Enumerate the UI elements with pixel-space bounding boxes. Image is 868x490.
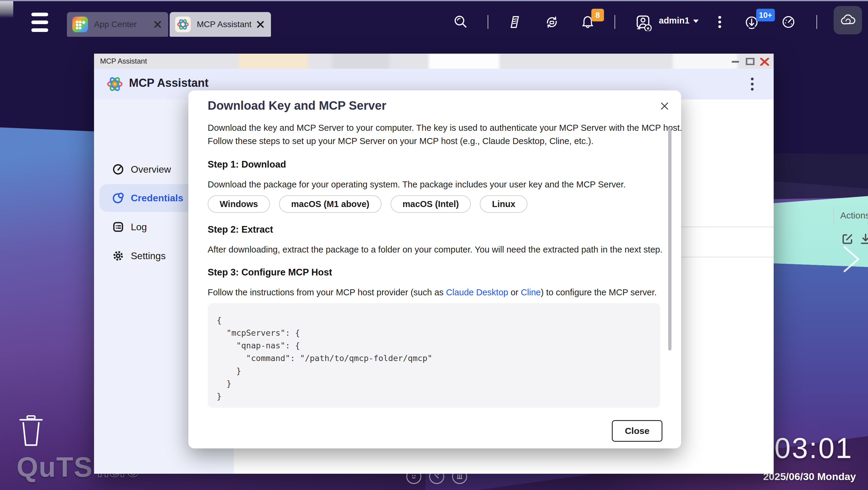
dialog-close-icon[interactable] <box>659 101 670 112</box>
dialog-intro-line2: Follow these steps to set up your MCP Se… <box>208 136 593 146</box>
mcp-assistant-window: MCP Assistant <box>94 54 774 474</box>
page-title: MCP Assistant <box>129 76 209 90</box>
notifications-badge: 8 <box>591 9 604 21</box>
download-key-dialog: Download Key and MCP Server Download the… <box>188 90 681 449</box>
topbar-divider <box>615 15 615 29</box>
column-divider <box>833 207 834 224</box>
step3-text: Follow the instructions from your MCP ho… <box>208 287 446 297</box>
sidebar-item-label: Overview <box>131 164 171 175</box>
next-wallpaper-chevron-icon[interactable] <box>841 245 861 275</box>
topbar-divider <box>816 15 817 29</box>
tab-mcp-assistant[interactable]: MCP Assistant <box>170 12 271 37</box>
download-macos-intel-button[interactable]: macOS (Intel) <box>391 195 471 213</box>
window-title: MCP Assistant <box>100 57 147 65</box>
username: admin1 <box>659 16 689 25</box>
list-icon <box>112 221 124 233</box>
hamburger-icon <box>31 13 48 16</box>
mcp-assistant-logo-icon <box>106 75 124 93</box>
mcp-assistant-icon <box>175 17 191 32</box>
hamburger-icon <box>31 21 48 24</box>
tab-close-icon[interactable] <box>256 20 265 29</box>
topbar-divider <box>488 15 488 29</box>
gauge-icon <box>112 163 124 175</box>
step3-description: Follow the instructions from your MCP ho… <box>208 287 657 298</box>
cloud-icon <box>839 13 857 27</box>
maximize-button[interactable] <box>745 58 755 65</box>
quts-logo-text: QuTS <box>17 452 93 483</box>
desktop: QuTShero 03:01 2025/06/30 Monday MCP Ass… <box>0 0 868 490</box>
gear-icon <box>112 250 124 262</box>
os-download-buttons: Windows macOS (M1 above) macOS (Intel) L… <box>208 195 527 213</box>
edit-button[interactable] <box>841 232 855 246</box>
myqnapcloud-button[interactable] <box>834 6 862 34</box>
step3-text: ) to configure the MCP server. <box>541 287 657 297</box>
collapse-icon <box>110 488 121 490</box>
download-button[interactable] <box>859 232 868 246</box>
main-menu-button[interactable] <box>30 12 50 35</box>
titlebar-blob <box>239 54 308 69</box>
dashboard-button[interactable] <box>780 14 797 30</box>
app-options-menu-button[interactable] <box>746 76 758 92</box>
tab-app-center[interactable]: App Center <box>67 12 168 37</box>
pie-chart-icon <box>112 192 124 204</box>
titlebar-blob <box>332 54 390 69</box>
step3-title: Step 3: Configure MCP Host <box>208 267 332 278</box>
minimize-button[interactable] <box>731 58 741 65</box>
search-button[interactable] <box>452 14 469 30</box>
tab-label: MCP Assistant <box>197 20 252 29</box>
more-options-button[interactable] <box>711 14 728 30</box>
titlebar-blob <box>429 54 499 69</box>
sidebar-item-label: Settings <box>131 250 166 262</box>
actions-column-header: Actions <box>840 210 868 221</box>
top-bar: App Center MCP Assistant 8 <box>0 0 868 39</box>
dialog-scrollbar-thumb[interactable] <box>668 128 672 350</box>
user-menu-button[interactable]: ★ <box>635 14 652 30</box>
step2-description: After downloading, extract the package t… <box>208 245 662 255</box>
window-close-button[interactable] <box>760 58 770 65</box>
step1-description: Download the package for your operating … <box>208 180 626 189</box>
download-macos-m1-button[interactable]: macOS (M1 above) <box>279 195 381 213</box>
window-titlebar[interactable]: MCP Assistant <box>94 54 774 69</box>
step3-text: or <box>508 287 521 297</box>
titlebar-blob <box>673 54 738 69</box>
hamburger-icon <box>31 28 48 32</box>
svg-text:★: ★ <box>646 26 650 31</box>
mcp-config-code: { "mcpServers": { "qnap-nas": { "command… <box>208 303 660 414</box>
event-log-button[interactable] <box>506 14 523 30</box>
step2-title: Step 2: Extract <box>208 224 273 235</box>
dialog-close-button[interactable]: Close <box>612 420 662 442</box>
step1-title: Step 1: Download <box>208 159 286 170</box>
claude-desktop-link[interactable]: Claude Desktop <box>446 287 508 297</box>
background-tasks-badge: 10+ <box>756 9 775 21</box>
app-center-icon <box>72 17 88 32</box>
tab-label: App Center <box>94 20 137 29</box>
download-windows-button[interactable]: Windows <box>208 195 270 213</box>
mcp-config-code-block: { "mcpServers": { "qnap-nas": { "command… <box>208 303 660 408</box>
dialog-intro-line1: Download the key and MCP Server to your … <box>208 123 682 133</box>
cline-link[interactable]: Cline <box>521 287 541 297</box>
collapse-sidebar-button[interactable]: Collapse <box>110 488 161 490</box>
device-sync-button[interactable] <box>544 14 560 30</box>
chevron-down-icon <box>693 20 699 23</box>
user-menu-label[interactable]: admin1 <box>659 16 699 26</box>
download-linux-button[interactable]: Linux <box>480 195 527 213</box>
dialog-title: Download Key and MCP Server <box>208 99 386 113</box>
tab-close-icon[interactable] <box>153 20 162 29</box>
recycle-bin-icon[interactable] <box>18 415 44 447</box>
sidebar-item-label: Log <box>131 221 147 233</box>
sidebar-item-label: Credentials <box>131 192 183 204</box>
